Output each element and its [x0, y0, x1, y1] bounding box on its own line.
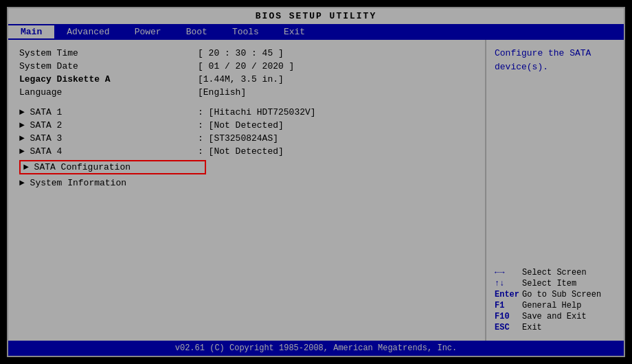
- legacy-diskette-label: Legacy Diskette A: [19, 74, 198, 84]
- key-select-item: ↑↓ Select Item: [495, 279, 616, 288]
- key-select-screen-desc: Select Screen: [522, 268, 587, 277]
- system-date-label: System Date: [19, 61, 198, 71]
- system-time-value: [ 20 : 30 : 45 ]: [198, 48, 284, 58]
- key-enter: Enter: [495, 290, 522, 299]
- nav-item-advanced[interactable]: Advanced: [54, 25, 122, 38]
- nav-item-power[interactable]: Power: [122, 25, 174, 38]
- right-panel: Configure the SATA device(s). ←→ Select …: [486, 40, 624, 341]
- sata4-value: : [Not Detected]: [198, 146, 284, 157]
- nav-bar: MainAdvancedPowerBootToolsExit: [8, 24, 624, 40]
- sata1-value: : [Hitachi HDT725032V]: [198, 107, 316, 117]
- key-esc-row: ESC Exit: [495, 323, 616, 332]
- content-area: System Time [ 20 : 30 : 45 ] System Date…: [8, 40, 624, 341]
- key-arrows-ud: ↑↓: [495, 279, 522, 288]
- key-f1: F1: [495, 301, 522, 310]
- key-f10: F10: [495, 312, 522, 321]
- key-f10-desc: Save and Exit: [522, 312, 587, 321]
- bios-title: BIOS SETUP UTILITY: [8, 8, 624, 24]
- sata-config-wrapper: ► SATA Configuration: [19, 159, 474, 175]
- sata-config-label: ► SATA Configuration: [23, 162, 202, 172]
- footer-text: v02.61 (C) Copyright 1985-2008, American…: [175, 343, 457, 353]
- language-row: Language [English]: [19, 86, 474, 99]
- nav-item-main[interactable]: Main: [8, 25, 54, 38]
- sys-info-label: ► System Information: [19, 178, 198, 188]
- key-enter-desc: Go to Sub Screen: [522, 290, 601, 299]
- sata4-label: ► SATA 4: [19, 146, 198, 157]
- sata3-value: : [ST3250824AS]: [198, 133, 278, 144]
- sata1-row[interactable]: ► SATA 1 : [Hitachi HDT725032V]: [19, 106, 474, 119]
- sata4-row[interactable]: ► SATA 4 : [Not Detected]: [19, 145, 474, 158]
- sata3-row[interactable]: ► SATA 3 : [ST3250824AS]: [19, 132, 474, 145]
- key-help-section: ←→ Select Screen ↑↓ Select Item Enter Go…: [495, 266, 616, 334]
- nav-item-exit[interactable]: Exit: [271, 25, 317, 38]
- key-f1-row: F1 General Help: [495, 301, 616, 310]
- key-f10-row: F10 Save and Exit: [495, 312, 616, 321]
- key-esc: ESC: [495, 323, 522, 332]
- legacy-diskette-value: [1.44M, 3.5 in.]: [198, 74, 284, 84]
- help-text: Configure the SATA device(s).: [495, 47, 616, 73]
- key-f1-desc: General Help: [522, 301, 581, 310]
- nav-item-boot[interactable]: Boot: [174, 25, 220, 38]
- nav-item-tools[interactable]: Tools: [220, 25, 271, 38]
- sys-info-row[interactable]: ► System Information: [19, 177, 474, 190]
- system-time-row: System Time [ 20 : 30 : 45 ]: [19, 47, 474, 60]
- sata2-label: ► SATA 2: [19, 120, 198, 130]
- sata-config-row[interactable]: ► SATA Configuration: [19, 160, 206, 174]
- system-date-row: System Date [ 01 / 20 / 2020 ]: [19, 60, 474, 73]
- key-select-screen: ←→ Select Screen: [495, 268, 616, 277]
- sata3-label: ► SATA 3: [19, 133, 198, 144]
- key-arrows-lr: ←→: [495, 268, 522, 277]
- bios-window: BIOS SETUP UTILITY MainAdvancedPowerBoot…: [7, 7, 625, 357]
- system-date-value: [ 01 / 20 / 2020 ]: [198, 61, 294, 71]
- legacy-diskette-row: Legacy Diskette A [1.44M, 3.5 in.]: [19, 73, 474, 86]
- sata1-label: ► SATA 1: [19, 107, 198, 117]
- key-esc-desc: Exit: [522, 323, 542, 332]
- title-text: BIOS SETUP UTILITY: [256, 11, 376, 21]
- sata2-row[interactable]: ► SATA 2 : [Not Detected]: [19, 119, 474, 132]
- left-panel: System Time [ 20 : 30 : 45 ] System Date…: [8, 40, 486, 341]
- key-select-item-desc: Select Item: [522, 279, 576, 288]
- footer: v02.61 (C) Copyright 1985-2008, American…: [8, 341, 624, 356]
- language-label: Language: [19, 87, 198, 98]
- system-time-label: System Time: [19, 48, 198, 58]
- language-value: [English]: [198, 87, 246, 98]
- sata2-value: : [Not Detected]: [198, 120, 284, 130]
- key-enter-row: Enter Go to Sub Screen: [495, 290, 616, 299]
